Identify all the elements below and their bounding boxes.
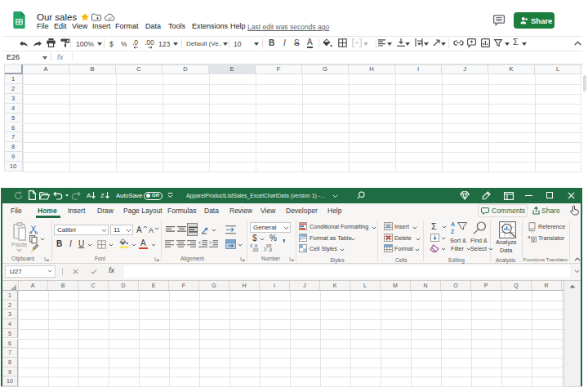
svg-text:a: a (528, 234, 531, 239)
svg-text:.00: .00 (252, 247, 259, 252)
svg-text:.0: .0 (269, 247, 273, 252)
